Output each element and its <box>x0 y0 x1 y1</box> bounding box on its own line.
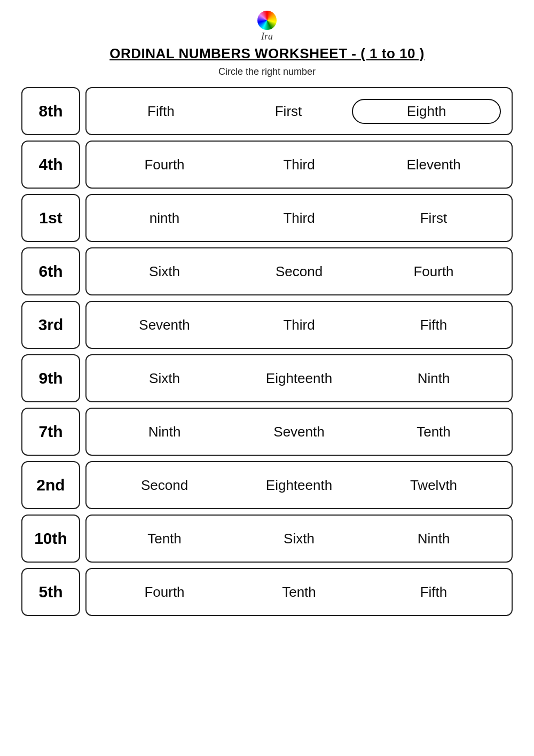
option-text: First <box>225 103 352 120</box>
option-text: Fourth <box>97 584 232 601</box>
option-text: Fifth <box>97 103 225 120</box>
option-text: Fifth <box>366 584 501 601</box>
worksheet-row: 2ndSecondEighteenthTwelvth <box>21 461 513 509</box>
options-box: TenthSixthNinth <box>85 515 513 563</box>
option-text: Sixth <box>97 370 232 387</box>
number-box: 8th <box>21 87 80 135</box>
option-text: Eighth <box>352 99 501 124</box>
option-text: Fifth <box>366 317 501 333</box>
option-text: Second <box>97 477 232 494</box>
number-box: 3rd <box>21 301 80 349</box>
worksheet-row: 5thFourthTenthFifth <box>21 568 513 616</box>
logo-text: Ira <box>261 31 273 42</box>
option-text: Fourth <box>366 263 501 280</box>
number-box: 6th <box>21 247 80 295</box>
options-box: FifthFirstEighth <box>85 87 513 135</box>
option-text: Eleventh <box>366 157 501 173</box>
worksheet: 8thFifthFirstEighth4thFourthThirdElevent… <box>21 87 513 616</box>
number-box: 10th <box>21 515 80 563</box>
option-text: Second <box>232 263 366 280</box>
options-box: SeventhThirdFifth <box>85 301 513 349</box>
option-text: Eighteenth <box>232 370 366 387</box>
worksheet-row: 4thFourthThirdEleventh <box>21 141 513 189</box>
option-text: Eighteenth <box>232 477 366 494</box>
number-box: 1st <box>21 194 80 242</box>
option-text: Third <box>232 317 366 333</box>
option-text: Ninth <box>366 531 501 547</box>
options-box: NinthSeventhTenth <box>85 408 513 456</box>
options-box: SecondEighteenthTwelvth <box>85 461 513 509</box>
option-text: Tenth <box>97 531 232 547</box>
number-box: 5th <box>21 568 80 616</box>
option-text: Tenth <box>366 424 501 440</box>
logo-area: Ira <box>257 11 277 42</box>
option-text: Third <box>232 210 366 227</box>
worksheet-row: 1stninthThirdFirst <box>21 194 513 242</box>
option-text: Sixth <box>97 263 232 280</box>
logo-icon <box>257 11 277 30</box>
options-box: SixthEighteenthNinth <box>85 354 513 402</box>
number-box: 9th <box>21 354 80 402</box>
options-box: ninthThirdFirst <box>85 194 513 242</box>
worksheet-row: 10thTenthSixthNinth <box>21 515 513 563</box>
option-text: First <box>366 210 501 227</box>
worksheet-row: 7thNinthSeventhTenth <box>21 408 513 456</box>
worksheet-row: 8thFifthFirstEighth <box>21 87 513 135</box>
options-box: SixthSecondFourth <box>85 247 513 295</box>
option-text: Ninth <box>366 370 501 387</box>
subtitle: Circle the right number <box>218 66 316 77</box>
worksheet-row: 6thSixthSecondFourth <box>21 247 513 295</box>
page-title: ORDINAL NUMBERS WORKSHEET - ( 1 to 10 ) <box>109 45 425 62</box>
option-text: Seventh <box>97 317 232 333</box>
option-text: Ninth <box>97 424 232 440</box>
number-box: 7th <box>21 408 80 456</box>
option-text: Tenth <box>232 584 366 601</box>
option-text: Seventh <box>232 424 366 440</box>
options-box: FourthThirdEleventh <box>85 141 513 189</box>
number-box: 4th <box>21 141 80 189</box>
option-text: Twelvth <box>366 477 501 494</box>
worksheet-row: 3rdSeventhThirdFifth <box>21 301 513 349</box>
option-text: ninth <box>97 210 232 227</box>
option-text: Fourth <box>97 157 232 173</box>
worksheet-row: 9thSixthEighteenthNinth <box>21 354 513 402</box>
option-text: Sixth <box>232 531 366 547</box>
options-box: FourthTenthFifth <box>85 568 513 616</box>
option-text: Third <box>232 157 366 173</box>
number-box: 2nd <box>21 461 80 509</box>
